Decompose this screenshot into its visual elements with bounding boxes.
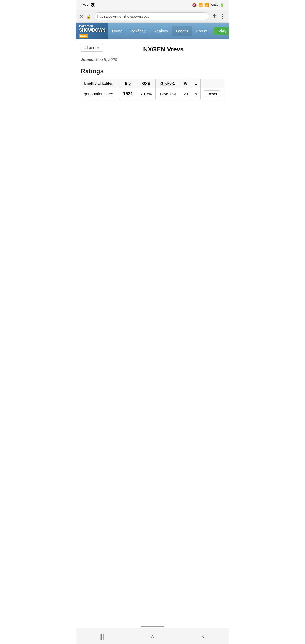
glicko-value: 1756: [160, 92, 168, 96]
title-row: ‹ Ladder NXGEN Vrevs: [81, 44, 224, 55]
main-content: ‹ Ladder NXGEN Vrevs Joined: Feb 8, 2020…: [76, 39, 229, 209]
chevron-left-icon: ‹: [84, 46, 86, 50]
ps-logo-howdown: SHOWDOWN: [79, 28, 105, 33]
th-action: [200, 79, 224, 88]
bottom-spacer: [81, 100, 224, 123]
th-w: W: [180, 79, 191, 88]
glicko-pm: ± 54: [169, 92, 176, 96]
status-bar-left: 1:27 🖼: [81, 3, 94, 7]
joined-label: Joined:: [81, 57, 95, 62]
ps-logo-s: S: [79, 28, 82, 32]
td-gxe: 79.3%: [137, 88, 155, 100]
page-title-container: NXGEN Vrevs: [103, 46, 224, 53]
ratings-section: Ratings Unofficial ladder Elo GXE Glicko…: [81, 68, 224, 100]
th-glicko: Glicko-1: [156, 79, 180, 88]
nav-link-play[interactable]: Play: [214, 27, 229, 35]
td-glicko: 1756 ± 54: [156, 88, 180, 100]
page-title: NXGEN Vrevs: [143, 46, 184, 53]
ps-logo-text: Pokémon SHOWDOWN BETA: [79, 24, 105, 38]
ps-logo-pokemon: Pokémon: [79, 24, 105, 28]
close-tab-button[interactable]: ×: [80, 13, 83, 19]
nav-link-ladder[interactable]: Ladder: [172, 26, 192, 36]
nav-link-replays[interactable]: Replays: [150, 26, 172, 36]
reset-button[interactable]: Reset: [204, 90, 220, 97]
joined-date: Feb 8, 2020: [96, 57, 117, 62]
td-elo: 1521: [119, 88, 137, 100]
td-losses: 6: [191, 88, 200, 100]
status-bar: 1:27 🖼 🔇 📶 📶 58% 🔋: [76, 0, 229, 10]
td-wins: 29: [180, 88, 191, 100]
ratings-heading: Ratings: [81, 68, 224, 75]
nav-link-home[interactable]: Home: [108, 26, 126, 36]
th-l: L: [191, 79, 200, 88]
td-ladder-name: gen8nationaldex: [81, 88, 119, 100]
url-bar[interactable]: https://pokemonshowdown.co...: [94, 12, 209, 20]
nav-link-pokedex[interactable]: Pokédex: [127, 26, 150, 36]
ps-nav-links: Home Pokédex Replays Ladder Forum Play: [108, 23, 229, 39]
th-elo: Elo: [119, 79, 137, 88]
gallery-icon: 🖼: [90, 3, 94, 7]
share-button[interactable]: ⬆: [212, 13, 217, 20]
ps-logo[interactable]: Pokémon SHOWDOWN BETA: [76, 23, 108, 39]
td-reset-cell: Reset: [200, 88, 224, 100]
time-display: 1:27: [81, 3, 89, 7]
joined-info: Joined: Feb 8, 2020: [81, 57, 224, 62]
browser-bar: × 🔒 https://pokemonshowdown.co... ⬆ ⋮: [76, 10, 229, 23]
ratings-table: Unofficial ladder Elo GXE Glicko-1 W L g…: [81, 79, 224, 100]
wifi-icon: 📶: [198, 3, 203, 7]
back-to-ladder-button[interactable]: ‹ Ladder: [81, 44, 103, 52]
th-ladder: Unofficial ladder: [81, 79, 119, 88]
status-bar-right: 🔇 📶 📶 58% 🔋: [192, 3, 224, 7]
breadcrumb-label: Ladder: [87, 45, 99, 50]
ps-logo-beta: BETA: [79, 34, 88, 38]
battery-display: 58%: [211, 3, 218, 7]
lock-icon: 🔒: [86, 14, 91, 19]
table-header-row: Unofficial ladder Elo GXE Glicko-1 W L: [81, 79, 224, 88]
signal-icon: 📶: [204, 3, 209, 7]
nav-link-forum[interactable]: Forum: [192, 26, 211, 36]
table-row: gen8nationaldex 1521 79.3% 1756 ± 54 29 …: [81, 88, 224, 100]
browser-menu-button[interactable]: ⋮: [220, 13, 225, 20]
mute-icon: 🔇: [192, 3, 197, 7]
th-gxe: GXE: [137, 79, 155, 88]
ps-navbar: Pokémon SHOWDOWN BETA Home Pokédex Repla…: [76, 23, 229, 39]
battery-icon: 🔋: [220, 3, 224, 7]
